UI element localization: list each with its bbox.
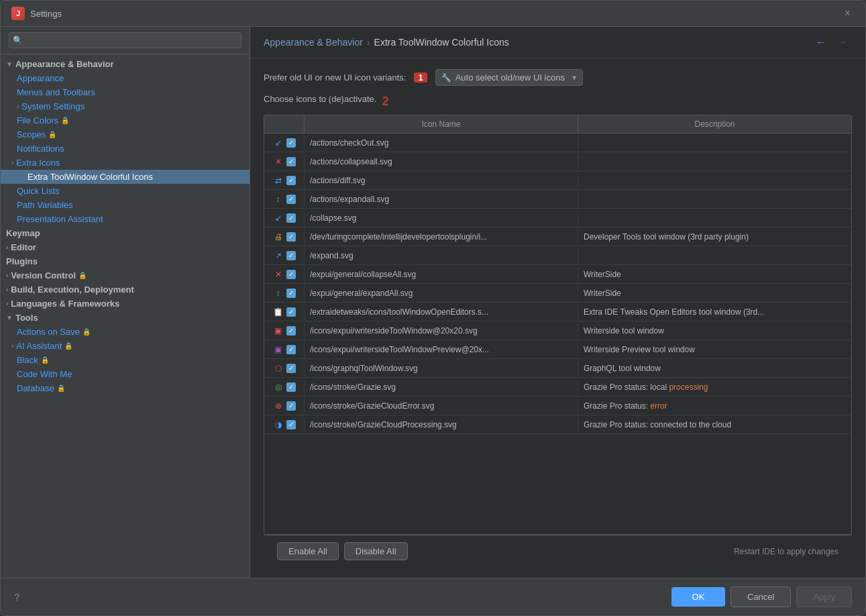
sidebar-item-extra-icons[interactable]: › Extra Icons bbox=[1, 156, 250, 170]
td-icon: ↕ ✓ bbox=[264, 285, 305, 301]
sidebar-item-label: Black bbox=[17, 355, 38, 365]
td-name: /icons/expui/writersideToolWindow@20x20.… bbox=[305, 323, 578, 338]
badge-1: 1 bbox=[414, 72, 427, 83]
icons-table: Icon Name Description ↙ ✓ /actions/check… bbox=[264, 115, 852, 535]
sidebar-item-label: Menus and Toolbars bbox=[6, 87, 95, 97]
row-checkbox[interactable]: ✓ bbox=[286, 326, 296, 336]
sidebar-item-languages[interactable]: › Languages & Frameworks bbox=[1, 297, 250, 311]
td-desc: GraphQL tool window bbox=[578, 361, 851, 376]
enable-all-button[interactable]: Enable All bbox=[277, 542, 339, 560]
search-box: 🔍 bbox=[1, 27, 250, 54]
sidebar-item-tools[interactable]: ▼ Tools bbox=[1, 311, 250, 325]
sidebar-item-label: Plugins bbox=[6, 256, 38, 266]
breadcrumb-parent[interactable]: Appearance & Behavior bbox=[264, 37, 363, 48]
row-checkbox[interactable]: ✓ bbox=[286, 195, 296, 204]
sidebar-item-file-colors[interactable]: File Colors 🔒 bbox=[1, 113, 250, 127]
td-desc: Extra IDE Tweaks Open Editors tool windo… bbox=[578, 305, 851, 319]
row-checkbox[interactable]: ✓ bbox=[286, 251, 296, 260]
search-wrapper: 🔍 bbox=[9, 32, 241, 48]
td-desc bbox=[578, 253, 851, 258]
sidebar-item-scopes[interactable]: Scopes 🔒 bbox=[1, 127, 250, 142]
td-icon: ◎ ✓ bbox=[264, 379, 305, 395]
td-icon: ↙ ✓ bbox=[264, 135, 305, 151]
sidebar-item-appearance-behavior[interactable]: ▼ Appearance & Behavior bbox=[1, 57, 250, 71]
table-row: ↕ ✓ /actions/expandall.svg bbox=[264, 190, 851, 209]
sidebar-item-keymap[interactable]: Keymap bbox=[1, 226, 250, 240]
row-svg-icon: 📋 bbox=[273, 307, 284, 317]
row-svg-icon: ↕ bbox=[273, 194, 284, 205]
sidebar-item-extra-toolwindow-colorful[interactable]: Extra ToolWindow Colorful Icons bbox=[1, 170, 250, 184]
prefer-row: Prefer old UI or new UI icon variants: 1… bbox=[264, 69, 852, 86]
row-checkbox[interactable]: ✓ bbox=[286, 289, 296, 298]
row-checkbox[interactable]: ✓ bbox=[286, 401, 296, 411]
td-icon: ↙ ✓ bbox=[264, 210, 305, 226]
apply-button[interactable]: Apply bbox=[796, 586, 852, 607]
breadcrumb-current: Extra ToolWindow Colorful Icons bbox=[374, 37, 509, 48]
td-name: /expui/general/collapseAll.svg bbox=[305, 267, 578, 282]
search-input[interactable] bbox=[9, 32, 241, 48]
row-checkbox[interactable]: ✓ bbox=[286, 420, 296, 429]
main-content: Appearance & Behavior › Extra ToolWindow… bbox=[250, 27, 865, 578]
sidebar-item-plugins[interactable]: Plugins bbox=[1, 254, 250, 268]
row-checkbox[interactable]: ✓ bbox=[286, 157, 296, 166]
sidebar-item-black[interactable]: Black 🔒 bbox=[1, 353, 250, 367]
row-checkbox[interactable]: ✓ bbox=[286, 213, 296, 223]
sidebar-item-label: Notifications bbox=[17, 144, 64, 154]
chevron-icon: ▼ bbox=[6, 60, 13, 68]
td-icon: ⊗ ✓ bbox=[264, 398, 305, 414]
sidebar-item-version-control[interactable]: › Version Control 🔒 bbox=[1, 268, 250, 283]
td-name: /icons/stroke/GrazieCloudError.svg bbox=[305, 399, 578, 413]
sidebar-item-editor[interactable]: › Editor bbox=[1, 240, 250, 254]
sidebar-item-path-variables[interactable]: Path Variables bbox=[1, 198, 250, 212]
disable-all-button[interactable]: Disable All bbox=[344, 542, 408, 560]
row-svg-icon: ◑ bbox=[273, 419, 284, 430]
sidebar-item-build-execution[interactable]: › Build, Execution, Deployment bbox=[1, 283, 250, 297]
breadcrumb-bar: Appearance & Behavior › Extra ToolWindow… bbox=[250, 27, 865, 58]
breadcrumb-separator: › bbox=[367, 37, 370, 48]
forward-button[interactable]: → bbox=[833, 35, 852, 50]
ok-button[interactable]: OK bbox=[671, 587, 725, 607]
sidebar-item-quick-lists[interactable]: Quick Lists bbox=[1, 184, 250, 198]
content-area: Prefer old UI or new UI icon variants: 1… bbox=[250, 58, 865, 578]
choose-row: Choose icons to (de)activate. 2 bbox=[264, 94, 852, 109]
sidebar-item-label: File Colors bbox=[17, 115, 58, 125]
back-button[interactable]: ← bbox=[812, 35, 830, 50]
row-checkbox[interactable]: ✓ bbox=[286, 345, 296, 354]
td-name: /actions/checkOut.svg bbox=[305, 136, 578, 150]
sidebar-item-label: Keymap bbox=[6, 228, 40, 238]
td-name: /dev/turingcomplete/intellijdevelopertoo… bbox=[305, 229, 578, 244]
sidebar-item-system-settings[interactable]: › System Settings bbox=[1, 99, 250, 113]
td-name: /icons/graphqlToolWindow.svg bbox=[305, 361, 578, 376]
sidebar-item-database[interactable]: Database 🔒 bbox=[1, 381, 250, 395]
cancel-button[interactable]: Cancel bbox=[730, 586, 791, 607]
sidebar-item-actions-on-save[interactable]: Actions on Save 🔒 bbox=[1, 325, 250, 339]
row-checkbox[interactable]: ✓ bbox=[286, 307, 296, 317]
td-desc: Writerside Preview tool window bbox=[578, 342, 851, 357]
table-row: 🖨 ✓ /dev/turingcomplete/intellijdevelope… bbox=[264, 227, 851, 246]
help-button[interactable]: ? bbox=[14, 592, 19, 603]
row-checkbox[interactable]: ✓ bbox=[286, 382, 296, 392]
sidebar-item-notifications[interactable]: Notifications bbox=[1, 142, 250, 156]
row-checkbox[interactable]: ✓ bbox=[286, 176, 296, 185]
sidebar-item-menus-toolbars[interactable]: Menus and Toolbars bbox=[1, 85, 250, 99]
td-desc: Developer Tools tool window (3rd party p… bbox=[578, 229, 851, 244]
sidebar-item-label: Path Variables bbox=[17, 200, 73, 210]
row-checkbox[interactable]: ✓ bbox=[286, 138, 296, 148]
dialog-title: Settings bbox=[30, 9, 841, 19]
sidebar-item-ai-assistant[interactable]: › AI Assistant 🔒 bbox=[1, 339, 250, 353]
sidebar-item-code-with-me[interactable]: Code With Me bbox=[1, 367, 250, 381]
dropdown-value: Auto select old/new UI icons bbox=[455, 72, 565, 83]
row-checkbox[interactable]: ✓ bbox=[286, 364, 296, 373]
sidebar-item-presentation-assistant[interactable]: Presentation Assistant bbox=[1, 212, 250, 226]
row-checkbox[interactable]: ✓ bbox=[286, 270, 296, 279]
sidebar-item-label: Appearance bbox=[6, 73, 64, 83]
td-name: /actions/collapseall.svg bbox=[305, 154, 578, 169]
sidebar-item-appearance[interactable]: Appearance bbox=[1, 71, 250, 85]
row-checkbox[interactable]: ✓ bbox=[286, 232, 296, 242]
breadcrumb-nav: ← → bbox=[812, 35, 852, 50]
ui-icons-dropdown[interactable]: 🔧 Auto select old/new UI icons ▾ bbox=[435, 69, 583, 86]
choose-text: Choose icons to (de)activate. bbox=[264, 94, 376, 104]
colored-text: processing bbox=[669, 382, 708, 392]
close-button[interactable]: × bbox=[841, 6, 855, 21]
dialog-body: 🔍 ▼ Appearance & Behavior Appearance Men… bbox=[1, 27, 865, 578]
